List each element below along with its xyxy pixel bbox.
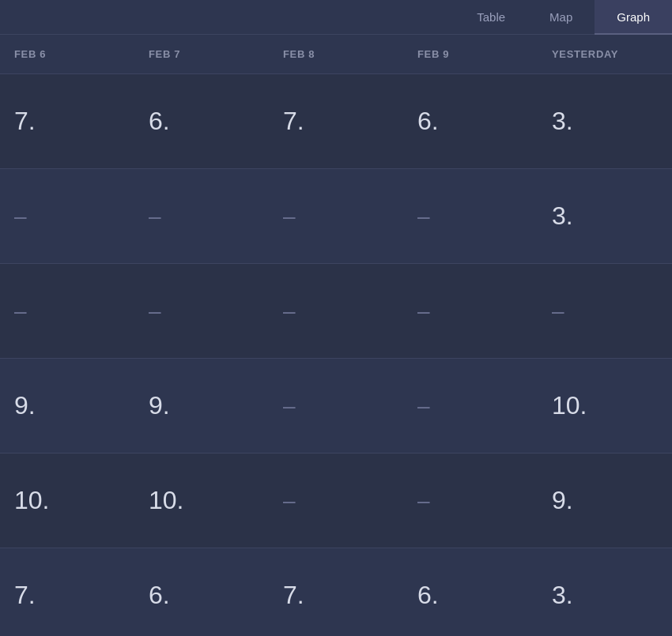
- tab-graph-label: Graph: [617, 10, 650, 24]
- data-cell: 7.: [269, 107, 403, 136]
- table-row: 9.9.––10.: [0, 359, 672, 453]
- data-cell: 6.: [134, 581, 269, 610]
- header-yesterday: YESTERDAY: [538, 48, 672, 60]
- data-cell: 9.: [538, 486, 672, 515]
- data-cell: –: [269, 393, 403, 419]
- data-cell: –: [134, 299, 269, 324]
- data-cell: –: [403, 299, 538, 324]
- data-cell: 7.: [0, 107, 134, 136]
- header-feb6: FEB 6: [0, 48, 134, 60]
- data-cell: –: [403, 204, 538, 229]
- data-cell: –: [269, 299, 403, 324]
- table-row: ––––3.: [0, 169, 672, 264]
- data-cell: –: [0, 204, 134, 229]
- data-cell: –: [134, 204, 269, 229]
- data-cell: –: [403, 488, 538, 514]
- data-cell: 6.: [134, 107, 269, 136]
- data-cell: 10.: [134, 486, 269, 515]
- data-cell: 3.: [538, 201, 672, 231]
- table-row: 7.6.7.6.3.: [0, 74, 672, 169]
- data-cell: 6.: [403, 581, 538, 610]
- tab-map-label: Map: [549, 10, 572, 24]
- data-cell: –: [0, 299, 134, 324]
- data-cell: 10.: [0, 486, 134, 515]
- data-cell: 9.: [134, 391, 269, 420]
- header-feb7: FEB 7: [134, 48, 269, 60]
- header-feb9: FEB 9: [403, 48, 538, 60]
- data-cell: 3.: [538, 107, 672, 136]
- table-row: 10.10.––9.: [0, 453, 672, 548]
- data-cell: –: [269, 204, 403, 229]
- data-cell: –: [269, 488, 403, 514]
- data-cell: –: [403, 393, 538, 419]
- tab-graph[interactable]: Graph: [595, 0, 672, 35]
- data-cell: 7.: [269, 581, 403, 610]
- data-cell: 3.: [538, 581, 672, 610]
- data-cell: 6.: [403, 107, 538, 136]
- tab-map[interactable]: Map: [527, 0, 595, 35]
- data-cell: 10.: [538, 391, 672, 420]
- table-row: –––––: [0, 264, 672, 359]
- data-cell: 9.: [0, 391, 134, 420]
- table-body: 7.6.7.6.3.––––3.–––––9.9.––10.10.10.––9.…: [0, 74, 672, 636]
- header-feb8: FEB 8: [269, 48, 403, 60]
- header-row: FEB 6 FEB 7 FEB 8 FEB 9 YESTERDAY: [0, 35, 672, 74]
- data-cell: 7.: [0, 581, 134, 610]
- tab-bar: Table Map Graph: [0, 0, 672, 35]
- table-row: 7.6.7.6.3.: [0, 548, 672, 636]
- tab-table-label: Table: [477, 10, 505, 24]
- tab-table[interactable]: Table: [455, 0, 527, 35]
- data-cell: –: [538, 299, 672, 324]
